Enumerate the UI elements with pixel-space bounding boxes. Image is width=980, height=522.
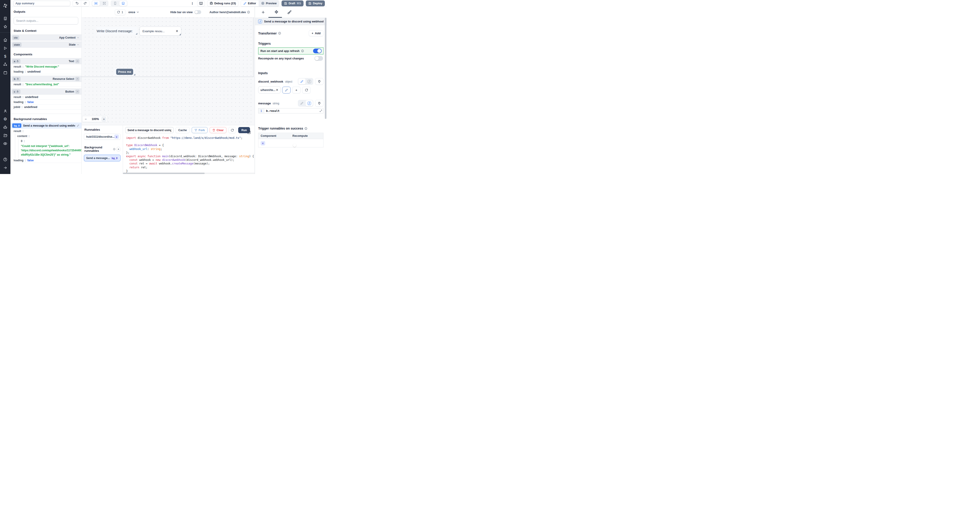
info-icon[interactable] bbox=[304, 127, 307, 130]
code-content[interactable]: import discordwebhook from "https://deno… bbox=[123, 135, 255, 174]
runnable-item-bg0[interactable]: Send a message... bg_0 bbox=[84, 155, 121, 161]
chevron-down-icon[interactable] bbox=[77, 43, 80, 46]
output-row-ctx[interactable]: ctx App Context bbox=[10, 35, 81, 41]
inputs-title: Inputs bbox=[258, 71, 323, 75]
app-canvas[interactable]: Write Discord message: Example resou... … bbox=[82, 18, 255, 125]
more-options-kebab-icon[interactable]: ⋮ bbox=[190, 2, 195, 5]
resource-select-component[interactable]: Example resou... ✕ bbox=[140, 27, 181, 36]
right-panel-scrollbar[interactable] bbox=[325, 18, 326, 119]
component-b-badge: b bbox=[14, 78, 16, 80]
connect-plug-icon[interactable] bbox=[315, 78, 323, 85]
collapse-arrow-icon[interactable] bbox=[0, 164, 10, 172]
chevron-up-icon[interactable] bbox=[75, 59, 80, 63]
variables-dollar-icon[interactable]: $ bbox=[0, 52, 10, 60]
draft-save-button[interactable]: Draft ⌘S bbox=[282, 0, 304, 6]
expand-editor-icon[interactable] bbox=[320, 108, 323, 113]
refresh-resource-button[interactable] bbox=[302, 87, 310, 94]
tab-theme-brush-icon[interactable] bbox=[287, 10, 292, 15]
expr-mode-function-icon[interactable]: ƒ bbox=[305, 78, 313, 84]
output-row-state[interactable]: state State bbox=[10, 41, 81, 48]
windmill-logo-icon[interactable] bbox=[0, 2, 10, 10]
component-row-b[interactable]: b Resource Select bbox=[10, 76, 81, 82]
add-resource-button[interactable]: + bbox=[292, 87, 301, 94]
desktop-view-button[interactable] bbox=[119, 1, 127, 6]
mobile-view-button[interactable] bbox=[111, 1, 119, 6]
runs-play-icon[interactable] bbox=[0, 44, 10, 52]
centered-layout-button[interactable] bbox=[92, 1, 100, 6]
resize-handle[interactable] bbox=[136, 33, 137, 35]
edit-resource-pencil-button[interactable] bbox=[282, 87, 291, 94]
workspace-icon[interactable] bbox=[0, 14, 10, 22]
resource-value-input[interactable]: u/henri/te... ✕ bbox=[258, 86, 281, 94]
app-sidebar: $ ⚙ bbox=[0, 0, 10, 174]
press-me-button[interactable]: Press me bbox=[116, 69, 133, 75]
app-summary-input[interactable] bbox=[13, 1, 70, 6]
c-result-row: result:undefined bbox=[10, 95, 81, 100]
info-icon[interactable] bbox=[247, 11, 250, 14]
resize-handle[interactable] bbox=[134, 74, 135, 75]
zoom-in-button[interactable]: + bbox=[102, 116, 107, 122]
chevron-up-icon[interactable] bbox=[75, 90, 80, 94]
refresh-count-button[interactable]: 1 bbox=[115, 9, 126, 15]
docs-book-button[interactable] bbox=[197, 0, 205, 6]
chevron-down-icon[interactable] bbox=[77, 36, 80, 39]
runnable-item-hub[interactable]: hub/1511/discord/se... c bbox=[84, 134, 121, 140]
preview-eye-icon bbox=[261, 2, 264, 5]
chevron-up-icon[interactable] bbox=[75, 77, 80, 81]
settings-gear-icon[interactable]: ⚙ bbox=[0, 115, 10, 123]
folders-icon[interactable] bbox=[0, 131, 10, 140]
help-icon[interactable] bbox=[0, 155, 10, 164]
tab-editor[interactable]: Editor bbox=[241, 0, 259, 6]
cache-button[interactable]: Cache bbox=[176, 127, 190, 133]
redo-button[interactable] bbox=[81, 1, 89, 6]
info-icon[interactable] bbox=[301, 49, 304, 53]
fullscreen-expand-button[interactable] bbox=[100, 1, 108, 6]
add-transformer-button[interactable]: +Add bbox=[309, 30, 323, 36]
home-icon[interactable] bbox=[0, 36, 10, 44]
expr-mode-function-icon[interactable]: ƒ bbox=[305, 100, 313, 106]
search-outputs-input[interactable]: Search outputs... bbox=[14, 17, 78, 24]
tab-preview[interactable]: Preview bbox=[259, 0, 279, 6]
frequency-dropdown[interactable]: once bbox=[129, 10, 139, 14]
copy-clipboard-icon[interactable] bbox=[247, 130, 251, 134]
clear-x-icon[interactable]: ✕ bbox=[176, 29, 178, 33]
col-component: Component bbox=[258, 134, 292, 137]
text-component[interactable]: Write Discord message: bbox=[97, 27, 137, 35]
bg0-row[interactable]: bg_0 Send a message to discord using web… bbox=[10, 123, 81, 129]
audit-eye-icon[interactable] bbox=[0, 140, 10, 148]
refresh-code-button[interactable] bbox=[228, 127, 236, 133]
deploy-button[interactable]: Deploy bbox=[306, 0, 325, 6]
connect-plug-icon[interactable] bbox=[315, 100, 323, 107]
tab-component-settings-icon[interactable] bbox=[274, 10, 279, 15]
tab-insert-plus-icon[interactable] bbox=[261, 10, 266, 15]
component-row-a[interactable]: a Text bbox=[10, 58, 81, 64]
runnable-name-input[interactable] bbox=[125, 127, 173, 133]
component-row-c[interactable]: c Button bbox=[10, 89, 81, 95]
horizontal-scrollbar[interactable] bbox=[123, 173, 255, 174]
fork-button[interactable]: Fork bbox=[192, 127, 208, 133]
component-b-type: Resource Select bbox=[52, 77, 74, 81]
recompute-any-toggle[interactable] bbox=[314, 56, 323, 61]
debug-runs-button[interactable]: Debug runs (23) bbox=[207, 0, 239, 6]
zoom-out-button[interactable]: − bbox=[82, 117, 89, 121]
run-on-start-toggle[interactable] bbox=[313, 49, 322, 53]
info-icon[interactable] bbox=[278, 32, 281, 35]
static-mode-pencil-icon[interactable] bbox=[298, 78, 305, 84]
hide-bar-toggle[interactable] bbox=[194, 10, 201, 14]
schedules-calendar-icon[interactable] bbox=[0, 68, 10, 77]
field1-mode-toggle: ƒ bbox=[298, 78, 313, 85]
resize-handle[interactable] bbox=[180, 34, 181, 35]
resources-hub-icon[interactable] bbox=[0, 60, 10, 68]
info-icon bbox=[113, 148, 116, 150]
workers-robot-icon[interactable] bbox=[0, 123, 10, 131]
static-mode-pencil-icon[interactable] bbox=[298, 100, 305, 106]
clear-button[interactable]: Clear bbox=[210, 127, 226, 133]
message-expression-editor[interactable]: 1 b.result bbox=[258, 108, 323, 113]
clear-resource-x-icon[interactable]: ✕ bbox=[276, 88, 278, 92]
add-background-runnable-button[interactable]: + bbox=[116, 147, 121, 151]
edit-pencil-icon[interactable] bbox=[77, 124, 80, 127]
runnable-item-name: hub/1511/discord/se... bbox=[86, 135, 115, 138]
favorites-star-icon[interactable] bbox=[0, 22, 10, 30]
undo-button[interactable] bbox=[73, 1, 81, 6]
user-icon[interactable] bbox=[0, 107, 10, 115]
